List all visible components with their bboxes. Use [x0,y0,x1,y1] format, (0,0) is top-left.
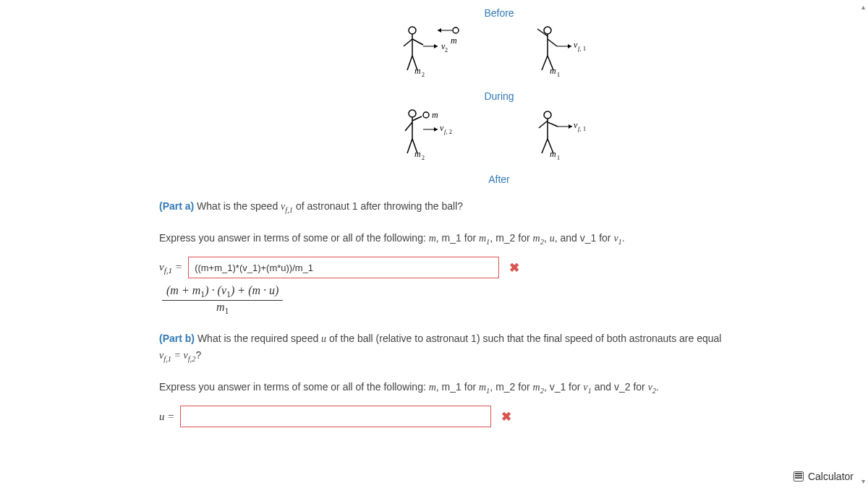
stick-figure-before-right: v f, 1 m 1 [532,23,597,81]
diagram-label-during: During [159,90,839,102]
scroll-up-icon[interactable]: ▴ [861,3,865,11]
svg-text:m: m [414,149,421,159]
svg-text:2: 2 [449,129,452,135]
svg-line-20 [542,56,548,70]
part-a-express: Express you answer in terms of some or a… [159,230,839,249]
part-b-express: Express you answer in terms of some or a… [159,379,839,398]
svg-text:2: 2 [422,72,425,78]
svg-point-12 [453,27,459,33]
svg-text:m: m [432,110,438,120]
diagram-before: Before v 2 m m 2 [159,7,839,83]
svg-text:2: 2 [445,47,448,53]
part-b-question: (Part b) What is the required speed u of… [159,330,839,366]
scroll-down-icon[interactable]: ▾ [861,477,865,485]
svg-point-16 [544,27,551,34]
part-a-rendered-formula: (m + m1) · (v1) + (m · u) m1 [162,284,839,317]
part-b-input[interactable] [180,406,491,427]
part-a-prefix: (Part a) [159,200,194,212]
svg-marker-11 [438,28,441,33]
svg-marker-7 [434,44,438,48]
svg-text:m: m [550,149,556,159]
svg-line-3 [404,39,412,46]
svg-text:f,: f, [578,126,581,132]
incorrect-icon: ✖ [501,409,511,424]
diagram-after: After [159,174,839,185]
svg-text:1: 1 [583,126,586,132]
calculator-label: Calculator [808,471,854,482]
incorrect-icon: ✖ [509,260,519,275]
svg-line-4 [407,56,412,70]
svg-line-48 [542,139,548,153]
diagram-during: During m v f, 2 m 2 [159,90,839,166]
svg-line-46 [539,121,548,128]
part-b-var-label: u = [159,411,174,423]
svg-line-18 [537,29,548,36]
part-a-var-label: vf,1 = [159,261,182,275]
svg-text:1: 1 [583,46,586,52]
svg-line-33 [407,139,412,153]
part-a-question: (Part a) What is the speed vf,1 of astro… [159,198,839,217]
svg-text:f,: f, [444,129,447,135]
stick-figure-before-left: v 2 m m 2 [401,23,467,81]
diagram-label-after: After [159,174,839,185]
svg-text:1: 1 [557,155,560,161]
svg-marker-38 [434,127,438,132]
svg-point-29 [409,110,416,117]
part-b-answer-row: u = ✖ [159,406,839,427]
svg-text:2: 2 [422,155,425,161]
svg-text:m: m [414,66,421,76]
svg-point-35 [423,112,429,118]
svg-line-47 [548,122,558,127]
part-b-prefix: (Part b) [159,333,195,344]
svg-text:1: 1 [557,72,560,78]
svg-line-19 [548,39,557,46]
stick-figure-during-right: v f, 1 m 1 [532,106,597,164]
part-a-input[interactable] [188,257,499,278]
part-a-answer-row: vf,1 = ✖ [159,257,839,278]
svg-line-32 [405,122,412,131]
svg-point-0 [409,27,416,34]
stick-figure-during-left: m v f, 2 m 2 [401,106,467,164]
svg-text:f,: f, [578,46,581,52]
svg-marker-23 [568,44,571,48]
svg-point-44 [544,111,551,119]
svg-marker-51 [569,124,572,129]
svg-text:m: m [550,66,556,76]
diagram-label-before: Before [159,7,839,19]
svg-text:m: m [451,35,457,46]
calculator-button[interactable]: Calculator [793,471,854,482]
main-content: Before v 2 m m 2 [159,7,839,427]
calculator-icon [793,471,804,481]
svg-line-2 [412,39,423,45]
